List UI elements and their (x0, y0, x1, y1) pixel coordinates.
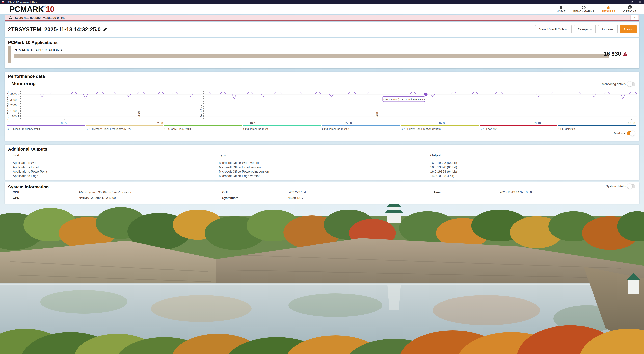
app-header: PCMARK®10 HOME BENCHMARKS RESULTS OPTION… (0, 4, 644, 14)
table-cell: 16.0.19328 (64 bit) (430, 165, 457, 169)
nav-benchmarks-label: BENCHMARKS (573, 10, 594, 13)
legend-label: CPU Temperature (°C) (243, 128, 321, 131)
svg-text:500: 500 (12, 115, 16, 118)
svg-text:00:50: 00:50 (61, 122, 68, 125)
legend-label: CPU Power Consumption (Watts) (401, 128, 479, 131)
nav-home[interactable]: HOME (556, 5, 566, 13)
applications-score-card[interactable]: PCMARK 10 APPLICATIONS 16 930 (8, 46, 636, 64)
nav-options[interactable]: OPTIONS (623, 5, 636, 13)
performance-panel: Performance data Monitoring Monitoring d… (5, 72, 639, 141)
gui-value: v2.2.2737 64 (288, 190, 306, 194)
time-label: Time (434, 190, 440, 194)
options-gear-icon (628, 5, 632, 10)
nav-results[interactable]: RESULTS (602, 5, 616, 13)
home-icon (559, 5, 564, 10)
chart-legend: CPU Clock Frequency (MHz) GPU Memory Clo… (7, 125, 637, 131)
chart-y-axis-label: CPU Clock Frequency MHz (6, 90, 9, 123)
column-header-type: Type (219, 153, 226, 157)
validation-banner: Score has not been validated online. ? (5, 15, 639, 21)
nav-options-label: OPTIONS (623, 10, 636, 13)
score-bar (14, 54, 608, 58)
minimize-icon (624, 1, 626, 3)
toggle-knob (627, 82, 632, 86)
results-icon (606, 5, 611, 10)
view-result-online-button[interactable]: View Result Online (535, 25, 572, 33)
warning-icon (8, 16, 12, 20)
svg-text:05:50: 05:50 (345, 122, 352, 125)
nav-home-label: HOME (556, 10, 566, 13)
legend-label: CPU Utility (%) (558, 128, 636, 131)
table-cell: 16.0.19328 (64 bit) (430, 161, 457, 165)
restore-button[interactable] (628, 0, 636, 4)
system-details-toggle[interactable] (628, 184, 635, 188)
system-info-panel: System information System details CPU AM… (5, 182, 639, 204)
close-button[interactable]: Close (620, 25, 636, 33)
gui-label: GUI (222, 190, 228, 194)
table-cell: Microsoft Office Excel version (219, 165, 261, 169)
svg-text:Edge: Edge (375, 112, 378, 118)
monitoring-details-toggle[interactable] (628, 82, 635, 86)
legend-label: GPU Core Clock (MHz) (164, 128, 242, 131)
legend-item-cpu-utility[interactable]: CPU Utility (%) (558, 125, 636, 131)
svg-text:4500: 4500 (10, 93, 16, 96)
svg-text:PowerPoint: PowerPoint (200, 104, 202, 118)
main-nav: HOME BENCHMARKS RESULTS OPTIONS (556, 5, 636, 13)
legend-label: CPU Clock Frequency (MHz) (7, 128, 84, 131)
legend-swatch (401, 125, 479, 126)
logo-ten: 10 (46, 4, 54, 14)
applications-panel: PCMark 10 Applications PCMARK 10 APPLICA… (5, 38, 639, 68)
legend-item-gpu-core-clock[interactable]: GPU Core Clock (MHz) (164, 125, 242, 131)
legend-swatch (164, 125, 242, 126)
time-value: 2025-11-13 14:32 +08:00 (500, 190, 534, 194)
table-cell: Applications Excel (13, 165, 38, 169)
system-details-label: System details (606, 185, 626, 188)
nav-benchmarks[interactable]: BENCHMARKS (573, 5, 594, 13)
markers-label: Markers (614, 132, 625, 135)
svg-text:Excel: Excel (137, 111, 140, 118)
svg-text:10:50: 10:50 (628, 122, 635, 125)
applications-section-title: PCMark 10 Applications (8, 40, 58, 45)
toggle-knob (630, 131, 635, 136)
svg-text:07:30: 07:30 (439, 122, 446, 125)
markers-toggle[interactable] (627, 132, 634, 135)
legend-item-gpu-load[interactable]: GPU Load (%) (480, 125, 558, 131)
legend-item-gpu-mem-clock[interactable]: GPU Memory Clock Frequency (MHz) (86, 125, 163, 131)
svg-text:09:10: 09:10 (534, 122, 541, 125)
table-cell: Applications Edge (13, 174, 38, 178)
legend-item-cpu-temp[interactable]: CPU Temperature (°C) (243, 125, 321, 131)
svg-text:3500: 3500 (10, 98, 16, 102)
gpu-label: GPU (13, 196, 19, 200)
compare-button[interactable]: Compare (574, 25, 596, 33)
restore-icon (631, 1, 634, 3)
edit-pencil-icon[interactable] (103, 27, 107, 32)
systeminfo-value: v5.88.1377 (288, 196, 304, 200)
monitoring-details-label: Monitoring details (602, 82, 626, 86)
monitoring-chart[interactable]: 450035002500150050000:5002:3004:1005:500… (10, 88, 639, 125)
banner-message: Score has not been validated online. (15, 16, 66, 20)
additional-outputs-panel: Additional Outputs Test Type Output Appl… (5, 144, 639, 180)
score-card-accent (8, 46, 10, 63)
banner-help-button[interactable]: ? (630, 16, 638, 20)
cpu-value: AMD Ryzen 5 9500F 6-Core Processor (79, 190, 131, 194)
legend-label: GPU Load (%) (480, 128, 558, 131)
svg-text:2500: 2500 (10, 104, 16, 107)
minimize-button[interactable] (621, 0, 628, 4)
title-bar: 10 PCMark 10 Professional Edition (0, 0, 644, 4)
table-cell: Applications PowerPoint (13, 170, 47, 174)
system-section-title: System information (8, 184, 49, 190)
registered-mark: ® (44, 4, 46, 8)
benchmarks-icon (582, 5, 586, 10)
system-details-row: System details (606, 184, 635, 188)
close-window-button[interactable] (636, 0, 644, 4)
column-header-test: Test (13, 153, 19, 157)
svg-text:02:30: 02:30 (156, 122, 163, 125)
legend-item-cpu-clock[interactable]: CPU Clock Frequency (MHz) (7, 125, 84, 131)
legend-swatch (480, 125, 558, 126)
legend-item-gpu-temp[interactable]: GPU Temperature (°C) (322, 125, 400, 131)
legend-item-cpu-power[interactable]: CPU Power Consumption (Watts) (401, 125, 479, 131)
table-divider (8, 159, 636, 159)
monitoring-details-row: Monitoring details (602, 82, 635, 86)
legend-swatch (322, 125, 400, 126)
options-button[interactable]: Options (598, 25, 618, 33)
table-cell: Microsoft Office Powerpoint version (219, 170, 269, 174)
